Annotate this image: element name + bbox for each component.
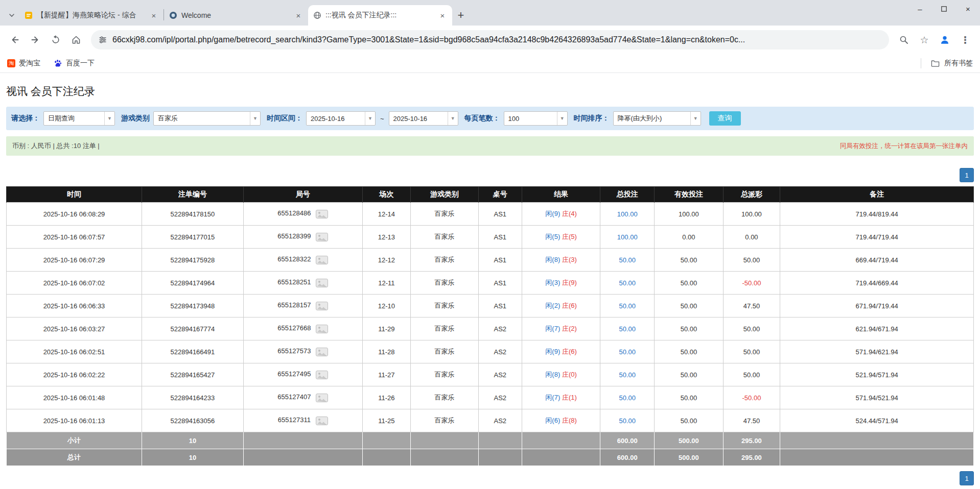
banker-result: 庄(5) xyxy=(562,233,577,240)
date-from-select[interactable]: 2025-10-16 ▼ xyxy=(306,111,376,126)
total-bet-link[interactable]: 100.00 xyxy=(617,210,638,218)
page-1-button[interactable]: 1 xyxy=(960,168,974,182)
cell-session: 11-28 xyxy=(362,340,411,363)
cell-table-no: AS1 xyxy=(478,295,522,317)
subtotal-count: 10 xyxy=(142,432,244,449)
player-result: 闲(7) xyxy=(545,394,560,401)
table-row: 2025-10-16 06:06:33 522894173948 6551281… xyxy=(7,295,974,317)
chevron-down-icon: ▼ xyxy=(250,112,260,125)
baidu-icon xyxy=(54,59,62,68)
tab-close-icon[interactable]: × xyxy=(149,11,158,20)
chevron-down-icon: ▼ xyxy=(690,112,701,125)
cell-game-type: 百家乐 xyxy=(411,363,479,386)
zoom-icon[interactable] xyxy=(894,30,914,50)
cell-payout: 0.00 xyxy=(723,226,780,249)
filter-bar: 请选择： 日期查询 ▼ 游戏类别 百家乐 ▼ 时间区间： 2025-10-16 … xyxy=(6,107,974,130)
tab-welcome[interactable]: Welcome × xyxy=(164,5,308,26)
cell-game-type: 百家乐 xyxy=(411,409,479,432)
cell-bet-id: 522894166491 xyxy=(142,340,244,363)
total-bet-link[interactable]: 50.00 xyxy=(619,394,636,402)
total-bet-link[interactable]: 50.00 xyxy=(619,302,636,310)
profile-avatar[interactable] xyxy=(935,30,954,50)
currency-summary: 币别 : 人民币 | 总共 :10 注单 | xyxy=(12,141,100,151)
round-snapshot-icon[interactable] xyxy=(316,256,328,264)
reload-button[interactable] xyxy=(46,30,65,50)
per-page-select[interactable]: 100 ▼ xyxy=(504,111,568,126)
minimize-button[interactable]: – xyxy=(908,0,932,17)
table-row: 2025-10-16 06:02:51 522894166491 6551275… xyxy=(7,340,974,363)
cell-result: 闲(3) 庄(9) xyxy=(522,272,600,295)
tab-search-button[interactable] xyxy=(4,5,19,26)
cell-result: 闲(9) 庄(6) xyxy=(522,340,600,363)
banker-result: 庄(6) xyxy=(562,302,577,309)
round-id: 655128251 xyxy=(277,278,311,286)
all-bookmarks-button[interactable]: 所有书签 xyxy=(944,59,973,68)
address-bar[interactable]: 66cxkj98.com/ipl/portal.php/game/betreco… xyxy=(91,30,889,50)
bookmarks-bar: 淘 爱淘宝 百度一下 所有书签 xyxy=(0,54,980,73)
tab-close-icon[interactable]: × xyxy=(438,11,447,20)
cell-bet-id: 522894163056 xyxy=(142,409,244,432)
total-bet-link[interactable]: 100.00 xyxy=(617,233,638,241)
cell-table-no: AS2 xyxy=(478,317,522,340)
close-window-button[interactable]: × xyxy=(956,0,980,17)
query-button[interactable]: 查询 xyxy=(709,111,741,126)
browser-menu-button[interactable]: ⋮ xyxy=(955,30,975,50)
round-snapshot-icon[interactable] xyxy=(316,279,328,287)
forward-button[interactable] xyxy=(26,30,45,50)
table-row: 2025-10-16 06:07:02 522894174964 6551282… xyxy=(7,272,974,295)
cell-note: 621.94/671.94 xyxy=(780,317,974,340)
cell-session: 11-27 xyxy=(362,363,411,386)
game-type-select[interactable]: 百家乐 ▼ xyxy=(153,111,261,126)
bookmark-star-button[interactable]: ☆ xyxy=(915,30,934,50)
round-snapshot-icon[interactable] xyxy=(316,394,328,402)
round-snapshot-icon[interactable] xyxy=(316,417,328,425)
cell-round: 655127495 xyxy=(243,363,362,386)
round-snapshot-icon[interactable] xyxy=(316,348,328,356)
round-snapshot-icon[interactable] xyxy=(316,233,328,241)
bookmark-taobao[interactable]: 淘 爱淘宝 xyxy=(7,59,40,68)
total-bet-link[interactable]: 50.00 xyxy=(619,256,636,264)
total-bet-link[interactable]: 50.00 xyxy=(619,279,636,287)
date-to-select[interactable]: 2025-10-16 ▼ xyxy=(389,111,458,126)
query-type-select[interactable]: 日期查询 ▼ xyxy=(43,111,115,126)
chevron-down-icon: ▼ xyxy=(104,112,114,125)
round-snapshot-icon[interactable] xyxy=(316,371,328,379)
date-range-label: 时间区间： xyxy=(267,114,302,123)
game-type-label: 游戏类别 xyxy=(121,114,150,123)
home-button[interactable] xyxy=(66,30,86,50)
cell-total-bet: 100.00 xyxy=(600,226,655,249)
page-1-button[interactable]: 1 xyxy=(960,471,974,485)
cell-note: 571.94/521.94 xyxy=(780,386,974,409)
tab-close-icon[interactable]: × xyxy=(294,11,303,20)
cell-total-bet: 50.00 xyxy=(600,340,655,363)
cell-total-bet: 50.00 xyxy=(600,249,655,272)
total-bet-link[interactable]: 50.00 xyxy=(619,348,636,356)
round-snapshot-icon[interactable] xyxy=(316,325,328,333)
cell-payout: 100.00 xyxy=(723,203,780,226)
back-button[interactable] xyxy=(5,30,25,50)
tab-forum[interactable]: 【新提醒】海燕策略论坛 - 综合 × xyxy=(19,5,164,26)
grand-total-valid-bet: 500.00 xyxy=(655,449,723,466)
cell-result: 闲(7) 庄(1) xyxy=(522,386,600,409)
new-tab-button[interactable]: + xyxy=(452,7,470,24)
total-bet-link[interactable]: 50.00 xyxy=(619,325,636,333)
sort-select[interactable]: 降幂(由大到小) ▼ xyxy=(613,111,701,126)
maximize-button[interactable] xyxy=(932,0,956,17)
round-id: 655127495 xyxy=(277,370,311,378)
bookmark-baidu[interactable]: 百度一下 xyxy=(54,59,95,68)
table-row: 2025-10-16 06:08:29 522894178150 6551284… xyxy=(7,203,974,226)
site-info-icon[interactable] xyxy=(98,35,107,44)
round-snapshot-icon[interactable] xyxy=(316,210,328,218)
cell-round: 655127311 xyxy=(243,409,362,432)
tab-bet-record-active[interactable]: :::视讯 会员下注纪录::: × xyxy=(308,5,452,26)
cell-note: 719.44/819.44 xyxy=(780,203,974,226)
grand-total-label: 总计 xyxy=(7,449,142,466)
total-bet-link[interactable]: 50.00 xyxy=(619,371,636,379)
grand-total-row: 总计 10 600.00 500.00 295.00 xyxy=(7,449,974,466)
cell-valid-bet: 50.00 xyxy=(655,409,723,432)
cell-table-no: AS2 xyxy=(478,386,522,409)
cell-total-bet: 50.00 xyxy=(600,272,655,295)
total-bet-link[interactable]: 50.00 xyxy=(619,417,636,425)
round-snapshot-icon[interactable] xyxy=(316,302,328,310)
banker-result: 庄(6) xyxy=(562,348,577,355)
